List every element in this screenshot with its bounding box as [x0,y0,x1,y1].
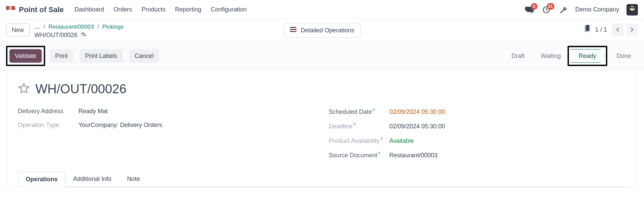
svg-rect-8 [290,29,296,30]
breadcrumb-row: … / Restaurant/00003 / Pickings [34,24,124,30]
status-done[interactable]: Done [607,49,638,63]
field-label: Delivery Address [18,108,78,115]
status-waiting[interactable]: Waiting [532,49,568,63]
tab-additional-info[interactable]: Additional Info [65,171,119,187]
nav-item-orders[interactable]: Orders [114,6,132,13]
bookmark-icon[interactable] [584,25,590,34]
messages-icon[interactable]: 5 [525,5,534,14]
activities-badge: 21 [547,3,554,10]
cp-right: 1 / 1 [584,24,638,36]
action-bar: Validate Print Print Labels Cancel Draft… [0,42,644,70]
gear-icon[interactable] [81,32,86,39]
svg-rect-6 [633,8,635,10]
control-panel: New … / Restaurant/00003 / Pickings WH/O… [0,20,644,42]
company-name[interactable]: Demo Company [575,6,619,13]
pager-next-button[interactable] [626,24,638,36]
breadcrumb-link-restaurant[interactable]: Restaurant/00003 [49,24,94,30]
hamburger-icon [290,27,296,34]
breadcrumb-sep: / [43,24,45,30]
svg-rect-7 [290,27,296,28]
help-icon[interactable]: ? [380,137,383,141]
fields-grid: Delivery Address Ready Mat Operation Typ… [18,104,626,162]
pager-prev-button[interactable] [612,24,624,36]
new-button[interactable]: New [6,24,30,36]
field-value[interactable]: Restaurant/00003 [389,152,438,159]
help-icon[interactable]: ? [353,122,356,127]
star-icon[interactable] [18,83,30,96]
statusbar: Draft Waiting Ready Done [502,46,638,66]
field-product-availability: Product Availability? Available [329,133,626,148]
record-title: WH/OUT/00026 [35,82,126,96]
tab-note[interactable]: Note [119,171,148,187]
field-deadline: Deadline? 02/09/2024 05:30:00 [329,119,626,133]
app-logo-icon [6,5,15,14]
title-row: WH/OUT/00026 [18,82,626,96]
svg-rect-5 [630,8,632,10]
nav-menu: Dashboard Orders Products Reporting Conf… [74,6,247,13]
form-tabs: Operations Additional Info Note [18,171,626,187]
app-title: Point of Sale [19,5,64,14]
breadcrumb-current: WH/OUT/00026 [34,32,77,39]
field-label: Source Document? [329,151,389,159]
fields-right: Scheduled Date? 02/09/2024 05:30:00 Dead… [329,104,626,162]
top-navbar: Point of Sale Dashboard Orders Products … [0,0,644,20]
cancel-button[interactable]: Cancel [129,49,159,63]
print-button[interactable]: Print [50,49,73,63]
field-scheduled-date: Scheduled Date? 02/09/2024 05:30:00 [329,104,626,119]
messages-badge: 5 [531,3,538,10]
status-ready-highlight: Ready [568,46,607,66]
activities-icon[interactable]: 21 [542,5,551,14]
breadcrumbs: … / Restaurant/00003 / Pickings WH/OUT/0… [34,24,124,39]
pager-buttons [612,24,638,36]
validate-highlight: Validate [6,46,45,66]
user-avatar[interactable] [626,4,638,15]
breadcrumb-ellipsis-icon[interactable]: … [34,24,40,30]
nav-item-products[interactable]: Products [141,6,165,13]
cp-left: New … / Restaurant/00003 / Pickings WH/O… [6,24,124,39]
secondary-actions: Print Print Labels Cancel [50,49,159,63]
field-label: Product Availability? [329,137,389,145]
field-value[interactable]: Ready Mat [78,108,108,115]
detailed-operations-button[interactable]: Detailed Operations [283,23,360,38]
svg-rect-9 [290,31,296,32]
app-brand[interactable]: Point of Sale [6,5,64,14]
fields-left: Delivery Address Ready Mat Operation Typ… [18,104,315,162]
breadcrumb-current-row: WH/OUT/00026 [34,32,124,39]
help-icon[interactable]: ? [378,151,380,156]
field-delivery-address: Delivery Address Ready Mat [18,104,315,118]
field-value: 02/09/2024 05:30:00 [389,123,445,130]
sheet-wrap: WH/OUT/00026 Delivery Address Ready Mat … [0,70,644,187]
tools-icon[interactable] [558,5,568,14]
cp-center: Detailed Operations [283,23,360,38]
validate-button[interactable]: Validate [9,49,42,63]
breadcrumb-link-pickings[interactable]: Pickings [102,24,124,30]
pager-text[interactable]: 1 / 1 [595,26,607,33]
field-value[interactable]: 02/09/2024 05:30:00 [389,108,445,116]
print-labels-button[interactable]: Print Labels [80,49,123,63]
detailed-operations-label: Detailed Operations [300,27,354,34]
field-label: Scheduled Date? [329,108,389,116]
status-draft[interactable]: Draft [502,49,532,63]
field-value[interactable]: YourCompany: Delivery Orders [78,122,162,129]
nav-item-reporting[interactable]: Reporting [175,6,201,13]
form-sheet: WH/OUT/00026 Delivery Address Ready Mat … [7,74,637,187]
tab-operations[interactable]: Operations [18,171,65,187]
field-source-document: Source Document? Restaurant/00003 [329,148,626,162]
nav-item-dashboard[interactable]: Dashboard [74,6,104,13]
field-label: Deadline? [329,122,389,130]
help-icon[interactable]: ? [373,108,375,113]
breadcrumb-sep: / [97,24,99,30]
field-label: Operation Type [18,122,78,129]
field-operation-type: Operation Type YourCompany: Delivery Ord… [18,118,315,132]
nav-right: 5 21 Demo Company [525,4,638,15]
nav-item-configuration[interactable]: Configuration [211,6,247,13]
field-value: Available [389,137,414,145]
status-ready[interactable]: Ready [570,49,605,63]
